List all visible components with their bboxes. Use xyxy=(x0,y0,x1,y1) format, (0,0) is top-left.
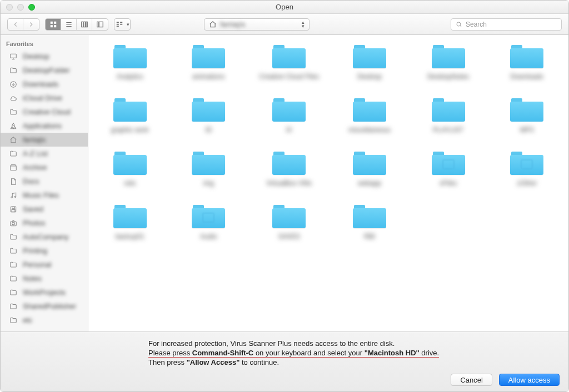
file-name: DesktopNotes xyxy=(427,73,469,81)
view-gallery-button[interactable] xyxy=(92,19,108,30)
svg-rect-9 xyxy=(86,22,87,27)
back-button[interactable] xyxy=(8,19,23,30)
view-icons-button[interactable] xyxy=(46,19,61,30)
sidebar-item-label: AutoCompany xyxy=(23,233,68,241)
sidebar-item-label: Desktop xyxy=(23,52,49,61)
allow-access-button[interactable]: Allow access xyxy=(499,374,560,386)
sidebar-item-label: DesktopFolder xyxy=(23,66,70,74)
folder-icon xyxy=(113,98,147,122)
sidebar-item-label: etc xyxy=(23,316,32,324)
folder-icon xyxy=(8,108,18,116)
file-item[interactable]: VirtualBox VMs xyxy=(259,152,319,187)
sidebar-item[interactable]: DesktopFolder xyxy=(1,63,88,77)
sidebar-item-label: Applications xyxy=(23,122,62,130)
instruction-line-1: For increased protection, Virus Scanner … xyxy=(148,339,560,348)
sidebar: Favorites DesktopDesktopFolderDownloadsi… xyxy=(1,35,88,331)
search-field[interactable]: Search xyxy=(451,18,562,31)
file-name: Desktop xyxy=(357,73,382,81)
file-item[interactable]: graphic work xyxy=(102,98,158,134)
sidebar-item[interactable]: Personal xyxy=(1,258,88,272)
sidebar-item[interactable]: Printing xyxy=(1,244,88,258)
file-item[interactable]: vids xyxy=(102,152,158,187)
sidebar-item[interactable]: fantajis xyxy=(1,133,88,147)
svg-rect-27 xyxy=(12,207,15,208)
file-item[interactable]: PLAYLIST xyxy=(420,98,477,134)
file-name: webapp xyxy=(358,179,381,187)
file-item[interactable]: Audio xyxy=(181,205,237,240)
svg-rect-13 xyxy=(116,23,118,24)
file-item[interactable]: webapp xyxy=(341,152,398,187)
sidebar-item[interactable]: AutoCompany xyxy=(1,230,88,244)
file-item[interactable]: MP3 xyxy=(498,98,555,134)
file-name: img xyxy=(203,179,214,187)
save-icon xyxy=(8,205,18,213)
sidebar-item[interactable]: Archive xyxy=(1,160,88,174)
path-popup[interactable]: fantajis ▴▾ xyxy=(204,18,310,31)
instruction-line-3: Then press "Allow Access" to continue. xyxy=(148,358,560,367)
sidebar-item[interactable]: iCloud Drive xyxy=(1,91,88,105)
folder-icon xyxy=(192,152,225,175)
columns-icon xyxy=(81,21,88,28)
file-grid[interactable]: AnalyticsanimationsCreative Cloud FilesD… xyxy=(88,35,568,331)
folder-icon xyxy=(272,152,306,175)
bottom-bar: For increased protection, Virus Scanner … xyxy=(1,331,568,391)
sidebar-item[interactable]: Docs xyxy=(1,174,88,188)
sidebar-item[interactable]: Notes xyxy=(1,272,88,285)
file-item[interactable]: xFiles xyxy=(420,152,477,187)
file-item[interactable]: ID xyxy=(181,98,237,134)
sidebar-item[interactable]: Photos xyxy=(1,216,88,230)
window-title: Open xyxy=(1,3,568,11)
svg-rect-3 xyxy=(54,25,56,27)
cloud-icon xyxy=(8,94,18,102)
file-item[interactable]: SAVES xyxy=(259,205,319,240)
file-item[interactable]: backup01 xyxy=(102,205,158,240)
dialog-buttons: Cancel Allow access xyxy=(9,374,560,386)
sidebar-item[interactable]: Saved xyxy=(1,202,88,216)
search-icon xyxy=(456,21,462,28)
gallery-icon xyxy=(96,21,104,28)
forward-button[interactable] xyxy=(23,19,39,30)
chevron-down-icon: ▾ xyxy=(127,22,129,27)
file-item[interactable]: Downloads xyxy=(498,45,555,81)
file-item[interactable]: Creative Cloud Files xyxy=(259,45,319,81)
sidebar-item-label: Photos xyxy=(23,219,45,227)
sidebar-item[interactable]: etc xyxy=(1,313,88,327)
sidebar-item[interactable]: SharedPublisher xyxy=(1,299,88,313)
sidebar-item[interactable]: Downloads xyxy=(1,77,88,91)
view-list-button[interactable] xyxy=(61,19,77,30)
file-item[interactable]: RBI xyxy=(341,205,398,240)
sidebar-item[interactable]: Creative Cloud xyxy=(1,105,88,119)
file-item[interactable]: animations xyxy=(181,45,237,81)
svg-point-24 xyxy=(11,197,12,198)
sidebar-item[interactable]: A-Z List xyxy=(1,147,88,160)
svg-point-25 xyxy=(14,196,16,197)
folder-icon xyxy=(432,98,465,122)
sidebar-item[interactable]: Desktop xyxy=(1,49,88,63)
file-item[interactable]: zOther xyxy=(498,152,555,187)
sidebar-item-label: SharedPublisher xyxy=(23,302,76,310)
file-name: VirtualBox VMs xyxy=(266,179,312,187)
folder-icon xyxy=(353,152,386,175)
file-item[interactable]: Desktop xyxy=(341,45,398,81)
folder-icon xyxy=(432,45,465,68)
file-name: PLAYLIST xyxy=(433,126,463,134)
file-name: Creative Cloud Files xyxy=(259,73,319,81)
sidebar-item[interactable]: Music Files xyxy=(1,188,88,202)
file-name: miscellaneous xyxy=(348,126,391,134)
sidebar-item-label: Downloads xyxy=(23,80,58,88)
folder-icon xyxy=(192,98,225,122)
view-columns-button[interactable] xyxy=(77,19,92,30)
folder-icon xyxy=(8,316,18,324)
download-icon xyxy=(8,81,18,88)
svg-rect-28 xyxy=(12,209,15,212)
cancel-button[interactable]: Cancel xyxy=(451,374,492,386)
file-item[interactable]: Analytics xyxy=(102,45,158,81)
file-item[interactable]: miscellaneous xyxy=(341,98,398,134)
file-item[interactable]: IX xyxy=(259,98,319,134)
group-by-menu[interactable]: ▾ xyxy=(114,18,131,31)
svg-point-30 xyxy=(12,222,15,225)
sidebar-item[interactable]: Applications xyxy=(1,119,88,133)
file-item[interactable]: img xyxy=(181,152,237,187)
sidebar-item[interactable]: WorkProjects xyxy=(1,285,88,299)
file-item[interactable]: DesktopNotes xyxy=(420,45,477,81)
